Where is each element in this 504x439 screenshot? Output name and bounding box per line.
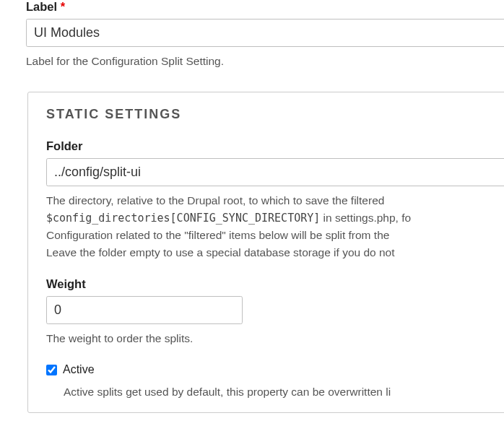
folder-desc-line2-post: in settings.php, fo <box>320 212 411 224</box>
folder-desc-line4: Leave the folder empty to use a special … <box>46 246 395 258</box>
weight-field-wrapper: Weight The weight to order the splits. <box>46 277 504 347</box>
active-label: Active <box>63 363 95 376</box>
active-field-wrapper: Active Active splits get used by default… <box>46 363 504 401</box>
folder-desc-line3: Configuration related to the "filtered" … <box>46 229 389 241</box>
label-input[interactable] <box>26 19 504 47</box>
label-field-wrapper: Label * Label for the Configuration Spli… <box>26 0 504 70</box>
active-description: Active splits get used by default, this … <box>64 383 504 401</box>
folder-desc-code: $config_directories[CONFIG_SYNC_DIRECTOR… <box>46 212 320 225</box>
weight-label: Weight <box>46 277 504 291</box>
required-asterisk: * <box>61 0 65 13</box>
folder-input[interactable] <box>46 158 504 186</box>
label-field-label: Label * <box>26 0 504 14</box>
active-checkbox[interactable] <box>46 365 57 375</box>
label-description: Label for the Configuration Split Settin… <box>26 53 504 70</box>
folder-description: The directory, relative to the Drupal ro… <box>46 192 504 261</box>
label-text: Label <box>26 0 57 13</box>
folder-label: Folder <box>46 139 504 153</box>
weight-description: The weight to order the splits. <box>46 330 504 347</box>
folder-desc-line1: The directory, relative to the Drupal ro… <box>46 194 384 207</box>
weight-input[interactable] <box>46 296 243 324</box>
static-settings-legend: STATIC SETTINGS <box>28 92 504 132</box>
folder-field-wrapper: Folder The directory, relative to the Dr… <box>46 139 504 261</box>
static-settings-fieldset: STATIC SETTINGS Folder The directory, re… <box>27 92 504 413</box>
